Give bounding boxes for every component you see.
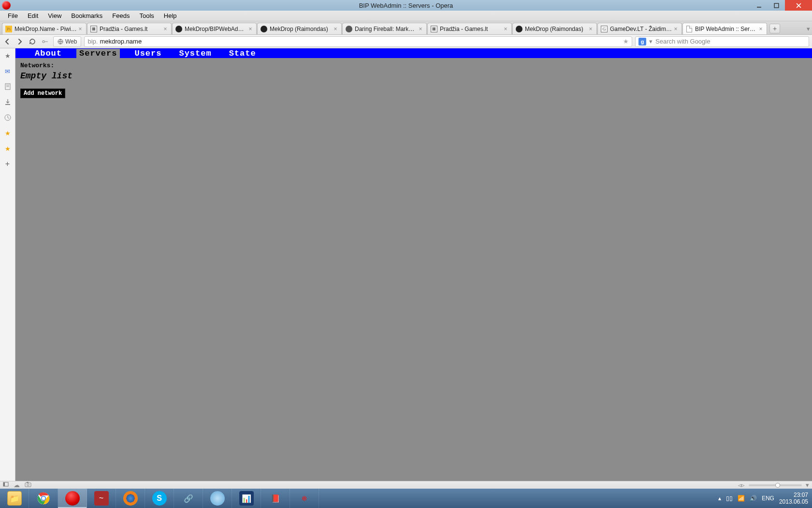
bip-nav-system[interactable]: System	[176, 49, 214, 58]
tray-network-icon[interactable]: 📶	[738, 495, 745, 502]
menu-edit[interactable]: Edit	[23, 11, 43, 20]
panel-downloads-icon[interactable]	[3, 98, 12, 106]
tab-close-icon[interactable]: ×	[162, 26, 168, 32]
tab-close-icon[interactable]: ×	[758, 26, 764, 32]
task-chrome[interactable]	[29, 489, 58, 508]
tab-label: MekDrop (Raimondas)	[525, 26, 588, 32]
github-favicon-icon	[516, 26, 522, 32]
panels-toggle-icon[interactable]	[3, 481, 9, 489]
tray-overflow-icon[interactable]: ▴	[718, 495, 721, 502]
globe-icon	[58, 39, 63, 45]
add-network-button[interactable]: Add network	[20, 89, 65, 98]
menu-view[interactable]: View	[43, 11, 66, 20]
panel-star1-icon[interactable]: ★	[3, 129, 12, 137]
task-terminal[interactable]: ~	[87, 489, 116, 508]
menu-file[interactable]: File	[3, 11, 23, 20]
tab-close-icon[interactable]: ×	[588, 26, 594, 32]
tab-close-icon[interactable]: ×	[333, 26, 338, 32]
wand-button[interactable]	[41, 37, 49, 46]
zoom-thumb-icon[interactable]	[775, 483, 780, 488]
search-input[interactable]: g ▾ Search with Google	[635, 36, 809, 47]
url-host: mekdrop.name	[100, 38, 142, 45]
task-explorer[interactable]: 📁	[0, 489, 29, 508]
tab-close-icon[interactable]: ×	[77, 26, 83, 32]
task-app2[interactable]	[203, 489, 232, 508]
reload-button[interactable]	[28, 37, 37, 46]
tab-gameslt-2[interactable]: ▦ Pradžia - Games.lt ×	[427, 23, 512, 34]
tray-clock[interactable]: 23:07 2013.06.05	[779, 492, 808, 505]
window-minimize-button[interactable]	[750, 0, 768, 11]
system-tray: ▴ ▯▯ 📶 🔊 ENG 23:07 2013.06.05	[714, 489, 812, 508]
menu-feeds[interactable]: Feeds	[107, 11, 134, 20]
new-tab-button[interactable]: +	[769, 24, 780, 33]
task-opera[interactable]	[58, 489, 87, 508]
menu-tools[interactable]: Tools	[134, 11, 159, 20]
task-app5[interactable]: ✵	[290, 489, 319, 508]
camera-icon[interactable]	[25, 481, 31, 489]
svg-rect-13	[3, 482, 5, 486]
panel-bookmarks-icon[interactable]: ★	[3, 51, 12, 60]
panel-mail-icon[interactable]: ✉	[3, 67, 12, 75]
tab-close-icon[interactable]: ×	[247, 26, 253, 32]
tray-volume-icon[interactable]: 🔊	[750, 495, 757, 502]
bip-nav-users[interactable]: Users	[131, 49, 164, 58]
bip-nav-about[interactable]: About	[32, 49, 65, 58]
tab-github-repo[interactable]: MekDrop/BIPWebAdm... ×	[172, 23, 257, 34]
menubar: File Edit View Bookmarks Feeds Tools Hel…	[0, 11, 812, 21]
fit-width-icon[interactable]: ◃▹	[738, 481, 745, 489]
panel-star2-icon[interactable]: ★	[3, 144, 12, 153]
tab-bip-webadmin[interactable]: BIP WebAdmin :: Servers ×	[682, 23, 767, 34]
panel-notes-icon[interactable]	[3, 82, 12, 91]
bookmark-star-icon[interactable]: ★	[623, 38, 629, 45]
tab-github-profile-1[interactable]: MekDrop (Raimondas) ×	[257, 23, 342, 34]
panel-add-icon[interactable]: +	[3, 160, 12, 168]
tab-github-profile-2[interactable]: MekDrop (Raimondas) ×	[512, 23, 597, 34]
task-skype[interactable]: S	[145, 489, 174, 508]
tab-gameslt-1[interactable]: ▦ Pradžia - Games.lt ×	[87, 23, 172, 34]
side-panel: ★ ✉ ★ ★ +	[0, 48, 15, 484]
tray-language[interactable]: ENG	[762, 495, 774, 502]
task-app3[interactable]: 📊	[232, 489, 261, 508]
github-favicon-icon	[175, 26, 182, 32]
google-engine-icon[interactable]: g	[638, 38, 646, 45]
task-app1[interactable]: 🔗	[174, 489, 203, 508]
webpage: About Servers Users System State Network…	[15, 48, 812, 484]
window-controls	[750, 0, 812, 11]
zoom-dropdown-icon[interactable]: ▾	[806, 481, 809, 489]
tab-close-icon[interactable]: ×	[503, 26, 508, 32]
tab-close-icon[interactable]: ×	[418, 26, 423, 32]
url-prefix: bip.	[87, 38, 98, 45]
panel-history-icon[interactable]	[3, 113, 12, 122]
tab-piwik[interactable]: Pi MekDrop.Name - Piwik... ×	[2, 23, 87, 34]
svg-rect-14	[25, 483, 31, 487]
window-titlebar: BIP WebAdmin :: Servers - Opera	[0, 0, 812, 11]
networks-heading: Networks:	[20, 62, 807, 69]
site-info-button[interactable]: Web	[53, 36, 81, 47]
menu-bookmarks[interactable]: Bookmarks	[66, 11, 107, 20]
windows-taskbar: 📁 ~ S 🔗 📊 📕 ✵ ▴ ▯▯ 📶 🔊 ENG 23:07 2013.06…	[0, 489, 812, 508]
back-button[interactable]	[3, 37, 12, 46]
forward-button[interactable]	[15, 37, 24, 46]
zoom-slider[interactable]	[749, 484, 802, 486]
window-close-button[interactable]	[785, 0, 812, 11]
menu-help[interactable]: Help	[159, 11, 182, 20]
site-info-label: Web	[65, 38, 77, 45]
tab-label: Pradžia - Games.lt	[440, 26, 503, 32]
tab-label: MekDrop/BIPWebAdm...	[185, 26, 247, 32]
address-input[interactable]: bip.mekdrop.name ★	[84, 36, 632, 47]
tray-flag-icon[interactable]: ▯▯	[726, 495, 733, 502]
svg-point-15	[27, 484, 29, 486]
tab-overflow-icon[interactable]: ▾	[807, 25, 810, 32]
task-firefox[interactable]	[116, 489, 145, 508]
tab-gamedev[interactable]: G GameDev.LT - Žaidimų... ×	[597, 23, 682, 34]
bip-nav-state[interactable]: State	[226, 49, 259, 58]
gameslt-favicon-icon: ▦	[90, 26, 97, 32]
task-app4[interactable]: 📕	[261, 489, 290, 508]
window-maximize-button[interactable]	[768, 0, 785, 11]
tab-close-icon[interactable]: ×	[673, 26, 679, 32]
tab-label: GameDev.LT - Žaidimų...	[610, 26, 673, 32]
bip-nav-servers[interactable]: Servers	[76, 49, 120, 58]
svg-rect-16	[27, 482, 29, 483]
sync-cloud-icon[interactable]: ☁	[14, 481, 20, 489]
tab-daringfireball[interactable]: Daring Fireball: Markdo... ×	[342, 23, 427, 34]
